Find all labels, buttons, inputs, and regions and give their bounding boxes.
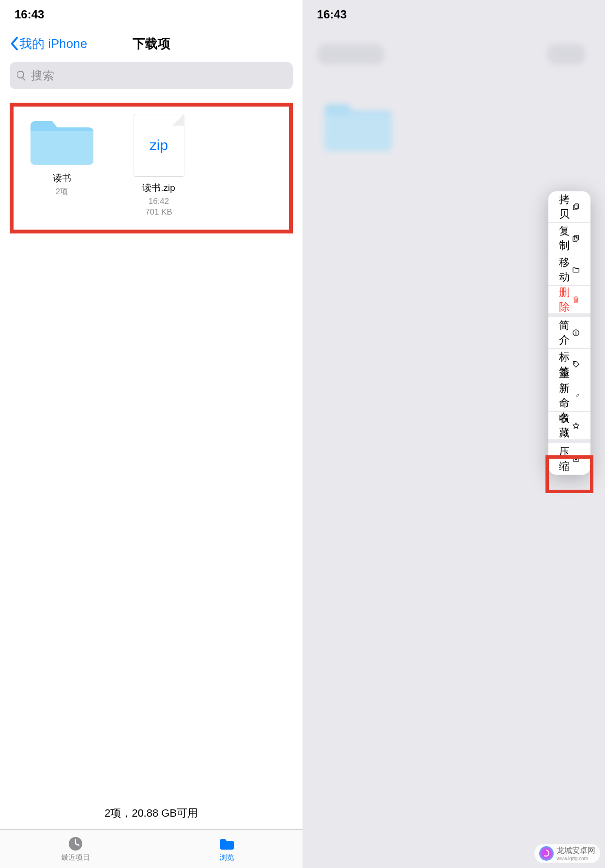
menu-favorite[interactable]: 收藏 [548,412,590,443]
zip-label: zip [150,137,168,154]
clock-time: 16:43 [15,8,44,21]
page-title: 下载项 [133,35,170,52]
back-label: 我的 iPhone [19,35,87,52]
folder-icon [572,264,580,276]
file-meta: 16:42701 KB [145,196,172,217]
storage-status: 2项，20.88 GB可用 [0,797,302,829]
blurred-background [302,29,605,156]
tab-label: 浏览 [220,853,234,862]
tab-label: 最近项目 [61,853,90,862]
search-icon [15,70,27,81]
menu-copy[interactable]: 拷贝 [548,191,590,223]
menu-label: 移动 [559,255,572,284]
menu-compress[interactable]: 压缩 [548,443,590,475]
menu-label: 复制 [559,224,572,253]
nav-bar: 我的 iPhone 下载项 [0,29,302,58]
menu-info[interactable]: 简介 [548,317,590,349]
archive-icon [572,453,580,465]
menu-label: 拷贝 [559,192,572,221]
file-name: 读书 [53,172,71,185]
menu-label: 删除 [559,285,572,314]
watermark-text: 龙城安卓网 [557,846,595,856]
menu-duplicate[interactable]: 复制 [548,223,590,254]
file-meta: 2项 [56,186,68,197]
clock-icon [67,836,84,852]
menu-label: 收藏 [559,411,572,440]
svg-point-7 [575,363,575,364]
menu-delete[interactable]: 删除 [548,286,590,317]
watermark-url: www.lqrtg.com [557,856,595,861]
status-bar: 16:43 [0,0,302,29]
highlight-box: 读书 2项 zip 读书.zip 16:42701 KB [10,103,293,233]
watermark-logo-icon [539,846,554,861]
watermark: 龙城安卓网 www.lqrtg.com [534,844,600,863]
zip-item[interactable]: zip 读书.zip 16:42701 KB [118,114,200,217]
svg-rect-2 [575,204,579,209]
clock-time: 16:43 [317,8,347,21]
file-grid: 读书 2项 zip 读书.zip 16:42701 KB [0,93,302,797]
status-bar: 16:43 [302,0,605,29]
folder-icon [28,114,96,167]
copy-icon [572,201,580,213]
info-icon [572,326,580,339]
tab-recent[interactable]: 最近项目 [0,830,151,868]
context-menu: 拷贝 复制 移动 删除 简介 标签 重新命名 收藏 [548,191,590,475]
menu-label: 简介 [559,318,572,347]
tab-bar: 最近项目 浏览 [0,829,302,868]
file-name: 读书.zip [142,182,175,194]
star-icon [572,419,580,432]
folder-item[interactable]: 读书 2项 [21,114,103,217]
right-phone: 16:43 拷贝 复制 移动 删除 简介 标签 [302,0,605,868]
blurred-folder-icon [322,96,394,154]
zip-icon: zip [134,114,184,177]
search-input[interactable]: 搜索 [10,62,293,89]
trash-icon [572,294,580,306]
chevron-left-icon [10,36,18,51]
left-phone: 16:43 我的 iPhone 下载项 搜索 读书 2项 zip [0,0,302,868]
svg-point-6 [575,331,576,331]
folder-tab-icon [219,836,235,852]
menu-rename[interactable]: 重新命名 [548,380,590,412]
menu-move[interactable]: 移动 [548,254,590,286]
svg-rect-9 [574,458,578,462]
back-button[interactable]: 我的 iPhone [10,35,87,52]
menu-label: 压缩 [559,445,572,474]
pencil-icon [575,389,580,402]
svg-rect-1 [573,205,577,210]
search-placeholder: 搜索 [31,68,54,83]
tab-browse[interactable]: 浏览 [151,830,303,868]
duplicate-icon [572,232,580,245]
